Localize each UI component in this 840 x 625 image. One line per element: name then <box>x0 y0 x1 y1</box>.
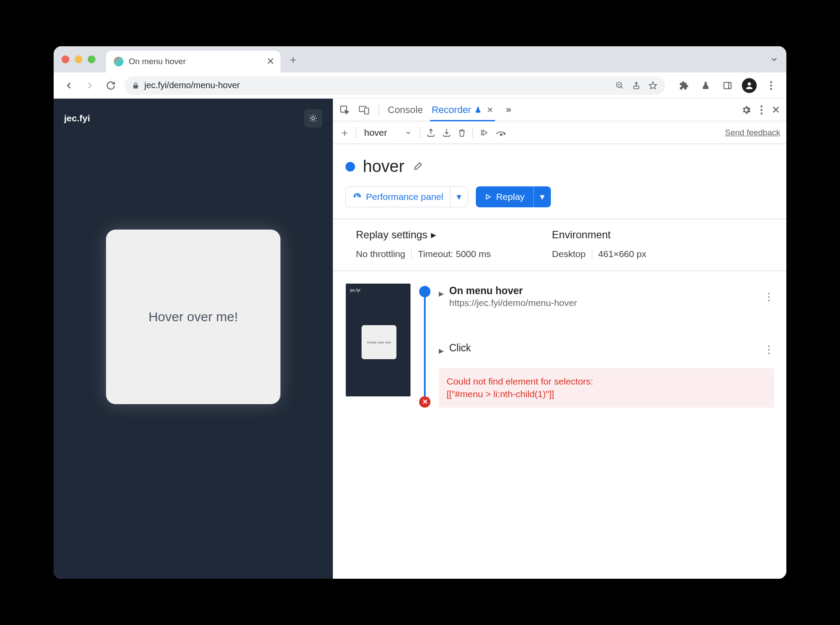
side-panel-icon[interactable] <box>720 78 735 93</box>
svg-line-29 <box>357 196 359 197</box>
step-click-title: Click <box>449 342 758 354</box>
performance-panel-button[interactable]: Performance panel ▾ <box>345 186 468 207</box>
tab-close-icon[interactable]: ✕ <box>266 56 274 67</box>
new-tab-button[interactable]: ＋ <box>287 52 299 67</box>
forward-button[interactable] <box>82 78 97 93</box>
close-tab-icon[interactable]: ✕ <box>487 105 493 115</box>
svg-line-19 <box>315 116 316 117</box>
thumb-site-name: jec.fyi <box>350 288 360 292</box>
devtools-tabbar: Console Recorder ✕ ✕ <box>333 99 786 121</box>
svg-rect-5 <box>724 82 731 89</box>
svg-point-28 <box>500 134 502 135</box>
timeline-start-dot <box>419 286 430 297</box>
recording-selector[interactable]: hover <box>362 127 413 138</box>
step-start[interactable]: ▸ On menu hover https://jec.fyi/demo/men… <box>439 283 774 310</box>
new-recording-button[interactable]: ＋ <box>339 126 350 140</box>
recording-name-label: hover <box>364 127 387 138</box>
window-close-button[interactable] <box>61 55 69 63</box>
step-start-url: https://jec.fyi/demo/menu-hover <box>449 298 758 308</box>
zoom-out-icon[interactable] <box>615 81 624 90</box>
svg-rect-22 <box>365 108 369 114</box>
edit-title-icon[interactable] <box>412 161 423 172</box>
environment-settings: Environment Desktop 461×660 px <box>552 229 646 259</box>
tab-console[interactable]: Console <box>388 99 423 121</box>
hover-card[interactable]: Hover over me! <box>106 230 280 404</box>
replay-settings[interactable]: Replay settings ▸ No throttling Timeout:… <box>356 229 491 259</box>
svg-marker-4 <box>649 82 657 89</box>
labs-icon[interactable] <box>698 78 713 93</box>
recorder-body: hover Performance panel ▾ Re <box>333 144 786 579</box>
performance-panel-dropdown[interactable]: ▾ <box>451 186 468 207</box>
step-start-title: On menu hover <box>449 285 758 297</box>
chrome-menu-icon[interactable] <box>764 78 779 93</box>
inspect-element-icon[interactable] <box>339 105 350 115</box>
divider <box>411 249 412 259</box>
delete-icon[interactable] <box>458 128 466 137</box>
back-button[interactable] <box>61 78 76 93</box>
replay-dropdown[interactable]: ▾ <box>533 186 551 207</box>
settings-section: Replay settings ▸ No throttling Timeout:… <box>345 219 774 271</box>
steps-area: jec.fyi Hover over me! ✕ ▸ On menu hover <box>345 271 774 408</box>
svg-point-7 <box>748 82 751 85</box>
chevron-down-icon <box>405 129 412 136</box>
settings-gear-icon[interactable] <box>741 105 751 115</box>
error-message: Could not find element for selectors: [[… <box>439 368 774 408</box>
step-forward-icon[interactable] <box>479 128 489 137</box>
reload-button[interactable] <box>103 78 118 93</box>
svg-line-16 <box>311 116 311 117</box>
more-tabs-icon[interactable] <box>502 106 512 114</box>
site-name: jec.fyi <box>64 113 90 124</box>
replay-button-label: Replay <box>496 192 524 202</box>
theme-toggle-button[interactable] <box>304 109 322 127</box>
svg-point-9 <box>770 84 772 86</box>
throttling-value: No throttling <box>356 249 405 259</box>
browser-toolbar: jec.fyi/demo/menu-hover <box>54 72 786 99</box>
devtools-menu-icon[interactable] <box>760 105 763 115</box>
step-click[interactable]: ▸ Click ⋮ <box>439 340 774 358</box>
flask-icon <box>475 106 481 114</box>
timeout-value: Timeout: 5000 ms <box>418 249 491 259</box>
svg-marker-27 <box>483 130 487 135</box>
share-icon[interactable] <box>632 81 641 90</box>
export-icon[interactable] <box>426 128 436 137</box>
step-over-icon[interactable] <box>495 128 507 137</box>
lock-icon <box>132 82 139 89</box>
device-toggle-icon[interactable] <box>359 105 370 115</box>
divider <box>472 127 473 138</box>
recorder-buttons: Performance panel ▾ Replay ▾ <box>345 186 774 207</box>
address-bar[interactable]: jec.fyi/demo/menu-hover <box>124 76 665 95</box>
send-feedback-link[interactable]: Send feedback <box>725 128 780 137</box>
replay-button[interactable]: Replay ▾ <box>476 186 550 207</box>
screenshot-thumbnail[interactable]: jec.fyi Hover over me! <box>345 283 411 397</box>
import-icon[interactable] <box>442 128 451 137</box>
svg-point-10 <box>770 88 772 89</box>
hover-card-text: Hover over me! <box>148 309 238 324</box>
browser-tab[interactable]: On menu hover ✕ <box>106 51 280 72</box>
extensions-icon[interactable] <box>676 78 691 93</box>
svg-marker-30 <box>486 195 490 199</box>
content-area: jec.fyi Hover over me! Console Recorde <box>54 99 786 579</box>
error-line-1: Could not find element for selectors: <box>447 375 766 388</box>
step-menu-icon[interactable]: ⋮ <box>764 291 774 303</box>
bookmark-star-icon[interactable] <box>649 81 657 90</box>
window-minimize-button[interactable] <box>75 55 82 63</box>
profile-avatar[interactable] <box>742 78 757 93</box>
svg-point-8 <box>770 81 772 82</box>
timeline-error-dot: ✕ <box>419 396 430 408</box>
tabs-dropdown-icon[interactable] <box>770 55 779 64</box>
viewport-value: 461×660 px <box>598 249 646 259</box>
devtools-close-icon[interactable]: ✕ <box>772 104 780 116</box>
titlebar: On menu hover ✕ ＋ <box>54 46 786 72</box>
recording-title-row: hover <box>345 157 774 176</box>
recording-status-dot <box>345 162 355 172</box>
timeline: ✕ <box>419 283 431 408</box>
svg-point-11 <box>312 117 315 120</box>
browser-window: On menu hover ✕ ＋ jec.fyi/demo/menu-hove… <box>54 46 786 579</box>
tab-recorder[interactable]: Recorder ✕ <box>432 99 493 121</box>
window-zoom-button[interactable] <box>88 55 96 63</box>
page-preview: jec.fyi Hover over me! <box>54 99 333 579</box>
caret-right-icon: ▸ <box>439 345 444 357</box>
divider <box>379 104 379 116</box>
step-menu-icon[interactable]: ⋮ <box>764 343 774 356</box>
environment-label: Environment <box>552 229 611 241</box>
